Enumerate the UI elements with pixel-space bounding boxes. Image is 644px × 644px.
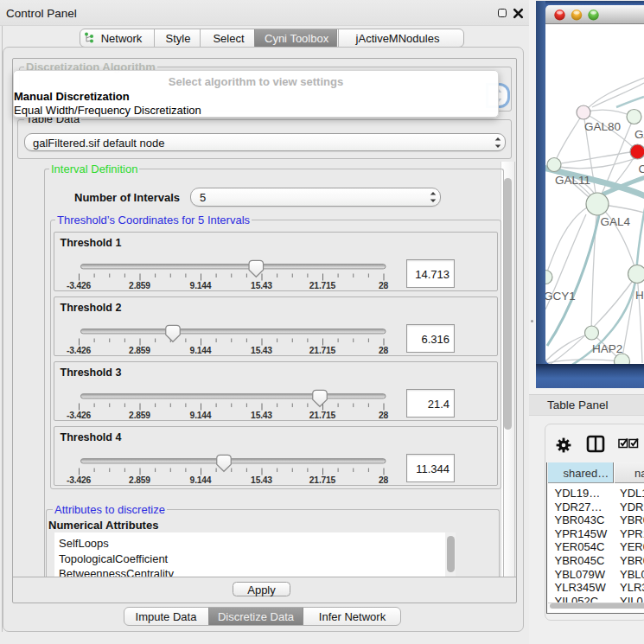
- svg-text:GAL4: GAL4: [601, 215, 631, 228]
- svg-text:GAL80: GAL80: [584, 120, 621, 133]
- svg-text:C: C: [639, 163, 644, 175]
- svg-text:GA: GA: [634, 128, 644, 141]
- svg-text:GAL11: GAL11: [555, 174, 590, 187]
- svg-text:H: H: [635, 289, 644, 302]
- svg-text:GCY1: GCY1: [545, 290, 576, 303]
- svg-text:HAP2: HAP2: [592, 342, 622, 355]
